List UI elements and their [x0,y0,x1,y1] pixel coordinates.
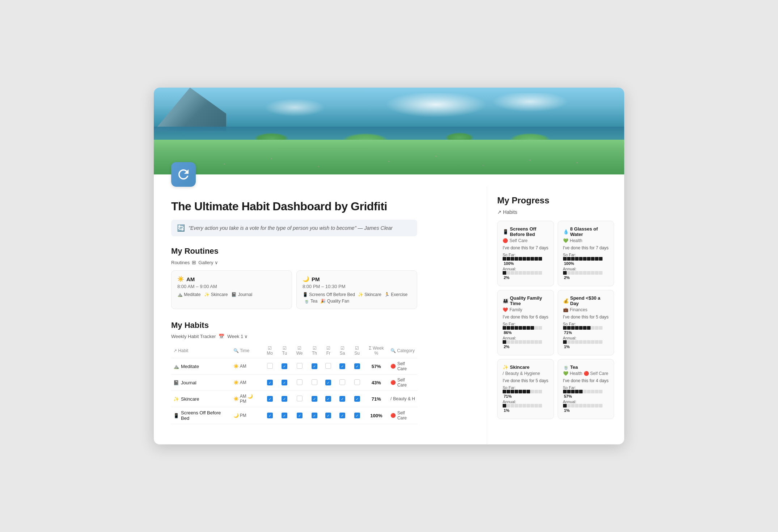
checkbox-cell-sa[interactable]: ✓ [335,358,350,375]
checkbox-cell-we[interactable] [292,375,307,391]
sum-icon: Σ [369,346,371,351]
checkbox-cell-th[interactable] [307,375,322,391]
category-badge: 🔴 Self Care [390,377,415,388]
checkbox-cell-tu[interactable]: ✓ [278,391,292,407]
card-cat-emoji: 🔴 [503,238,508,243]
checkbox-checked[interactable]: ✓ [282,396,287,402]
checkbox-unchecked[interactable] [297,363,303,369]
routines-view-dropdown[interactable]: Gallery ∨ [198,260,218,265]
card-icon: 🍵 [563,364,569,370]
checkbox-checked[interactable]: ✓ [354,363,360,369]
checkbox-cell-tu[interactable]: ✓ [278,407,292,424]
checkbox-checked[interactable]: ✓ [325,380,331,385]
percent-cell: 57% [364,358,388,375]
checkbox-unchecked[interactable] [297,379,303,385]
checkbox-cell-su[interactable] [350,375,364,391]
checkbox-checked[interactable]: ✓ [325,396,331,402]
card-title-text: Tea [570,364,578,370]
checkbox-checked[interactable]: ✓ [312,363,317,369]
left-panel: The Ultimate Habit Dashboard by Gridfiti… [154,187,487,444]
checkbox-cell-we[interactable] [292,391,307,407]
checkbox-checked[interactable]: ✓ [282,363,287,369]
progress-card: 🍵 Tea 💚 Health 🔴 Self Care I've done thi… [558,359,614,419]
week-dropdown[interactable]: Week 1 ∨ [227,334,248,339]
chevron-down-week-icon: ∨ [244,334,248,339]
card-cat-label: Health 🔴 Self Care [570,371,608,376]
checkbox-unchecked[interactable] [339,379,345,385]
checkbox-unchecked[interactable] [354,379,360,385]
checkbox-cell-su[interactable]: ✓ [350,358,364,375]
card-cat-emoji: ❤️ [503,307,508,312]
checkbox-checked[interactable]: ✓ [354,413,360,418]
routine-tag-quality: 🎉 Quality Fan [320,299,349,304]
habit-emoji: 📓 [173,380,179,385]
week-label: Week 1 [227,334,243,339]
card-title: 🍵 Tea [563,364,609,370]
checkbox-checked[interactable]: ✓ [282,413,287,418]
main-content: The Ultimate Habit Dashboard by Gridfiti… [154,187,624,444]
checkbox-cell-th[interactable]: ✓ [307,407,322,424]
percent-cell: 43% [364,375,388,391]
checkbox-checked[interactable]: ✓ [267,396,273,402]
category-cell: / Beauty & H [388,391,417,407]
checkbox-cell-sa[interactable]: ✓ [335,391,350,407]
checkbox-cell-we[interactable] [292,358,307,375]
checkbox-checked[interactable]: ✓ [339,413,345,418]
habit-name: 📱 Screens Off Before Bed [173,410,229,421]
checkbox-checked[interactable]: ✓ [339,396,345,402]
checkbox-cell-su[interactable]: ✓ [350,391,364,407]
percent-badge: 43% [372,380,381,385]
checkbox-checked[interactable]: ✓ [312,396,317,402]
checkbox-checked[interactable]: ✓ [267,380,273,385]
checkbox-cell-sa[interactable]: ✓ [335,407,350,424]
progress-grid: 📱 Screens Off Before Bed 🔴 Self Care I'v… [497,221,614,419]
routine-pm-time: 8:00 PM – 10:30 PM [303,284,411,289]
category-cell: 🔴 Self Care [388,358,417,375]
routine-card-am: ☀️ AM 8:00 AM – 9:00 AM ⛰️ Meditate ✨ Sk… [171,270,292,309]
routine-am-tags: ⛰️ Meditate ✨ Skincare 📓 Journal [177,292,286,297]
card-cat-label: Finances [570,307,588,312]
card-category: 💚 Health [563,238,609,243]
card-cat-emoji: 💼 [563,307,568,312]
checkbox-cell-th[interactable]: ✓ [307,358,322,375]
checkbox-cell-we[interactable]: ✓ [292,407,307,424]
cat-emoji: 🔴 [390,364,396,369]
card-title-text: Screens Off Before Bed [510,226,549,237]
checkbox-checked[interactable]: ✓ [282,380,287,385]
checkbox-cell-tu[interactable]: ✓ [278,358,292,375]
checkbox-cell-fr[interactable] [322,358,335,375]
checkbox-checked[interactable]: ✓ [312,413,317,418]
checkbox-cell-fr[interactable]: ✓ [322,407,335,424]
habit-name-cell: ⛰️ Meditate [171,358,231,375]
checkbox-cell-fr[interactable]: ✓ [322,375,335,391]
table-row: 📱 Screens Off Before Bed 🌙 PM ✓✓✓✓✓✓✓ 10… [171,407,417,424]
checkbox-cell-sa[interactable] [335,375,350,391]
checkbox-cell-mo[interactable] [262,358,277,375]
time-label: AM [240,380,246,385]
time-emoji: 🌙 [233,413,239,418]
checkbox-checked[interactable]: ✓ [297,413,303,418]
checkbox-checked[interactable]: ✓ [354,396,360,402]
checkbox-cell-mo[interactable]: ✓ [262,407,277,424]
checkbox-cell-th[interactable]: ✓ [307,391,322,407]
checkbox-checked[interactable]: ✓ [267,413,273,418]
card-cat-emoji: 💚 [563,371,568,376]
card-cat-label: Family [509,307,522,312]
checkbox-cell-mo[interactable]: ✓ [262,375,277,391]
checkbox-unchecked[interactable] [312,379,317,385]
habit-table: ↗ Habit 🔍 Time ☑ Mo [171,343,417,424]
checkbox-cell-mo[interactable]: ✓ [262,391,277,407]
checkbox-cell-su[interactable]: ✓ [350,407,364,424]
checkbox-cell-fr[interactable]: ✓ [322,391,335,407]
checkbox-unchecked[interactable] [267,363,273,369]
checkbox-checked[interactable]: ✓ [339,363,345,369]
checkbox-checked[interactable]: ✓ [325,413,331,418]
checkbox-cell-tu[interactable]: ✓ [278,375,292,391]
card-cat-emoji: / [503,371,504,376]
checkbox-unchecked[interactable] [325,363,331,369]
category-badge: / Beauty & H [390,396,415,401]
percent-badge: 100% [370,413,382,418]
habit-name: ✨ Skincare [173,396,229,402]
card-title-text: Spend <$30 a Day [570,295,609,306]
checkbox-unchecked[interactable] [297,396,303,401]
